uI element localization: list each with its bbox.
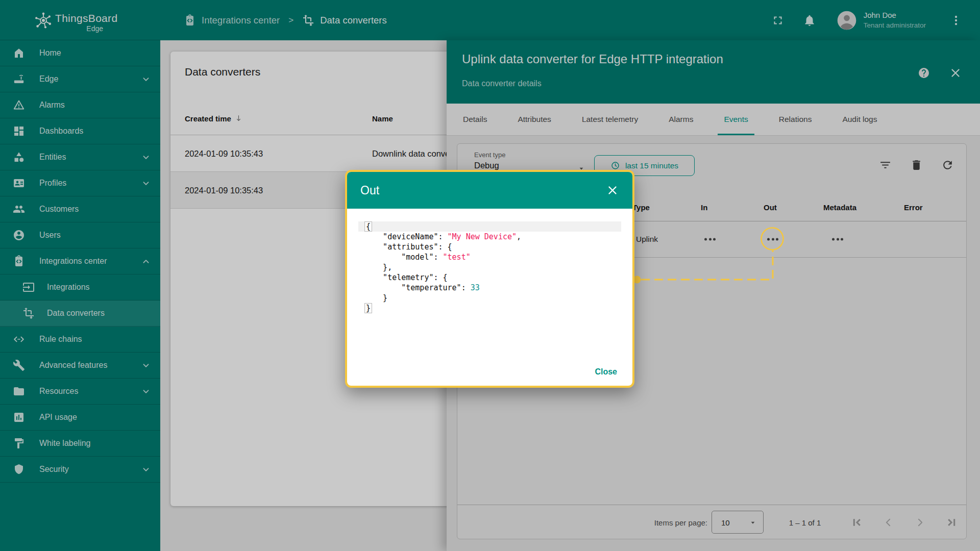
dialog-title: Out: [360, 184, 379, 197]
close-icon: [606, 184, 619, 197]
dialog-close-button[interactable]: [606, 184, 619, 197]
dialog-header: Out: [347, 172, 632, 209]
json-code: { "deviceName": "My New Device", "attrib…: [358, 221, 621, 313]
close-button[interactable]: Close: [595, 367, 617, 377]
dialog-body: { "deviceName": "My New Device", "attrib…: [347, 209, 632, 388]
out-dialog: Out { "deviceName": "My New Device", "at…: [345, 170, 634, 388]
